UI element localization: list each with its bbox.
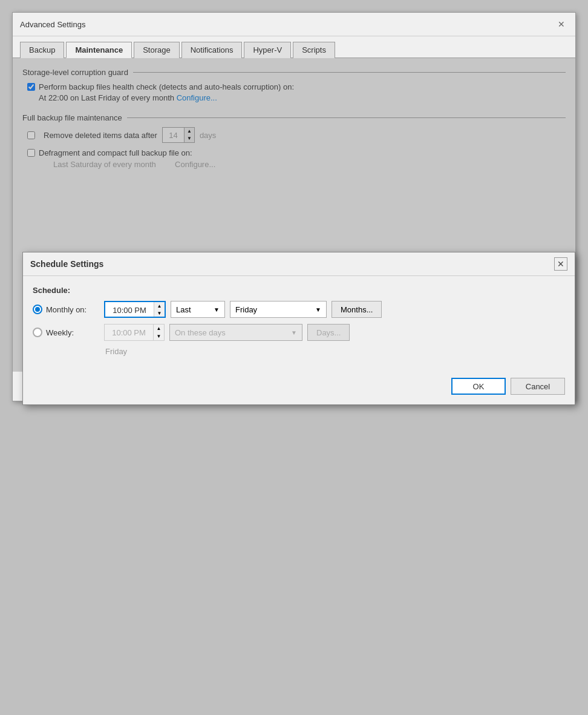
monthly-day-dropdown[interactable]: Friday ▼ (230, 301, 327, 318)
monthly-time-value: 10:00 PM (105, 302, 154, 317)
dialog-footer: OK Cancel (23, 371, 575, 404)
friday-hint: Friday (33, 347, 565, 356)
monthly-radio-button[interactable] (33, 305, 42, 314)
dialog-cancel-button[interactable]: Cancel (511, 378, 565, 395)
tab-notifications[interactable]: Notifications (181, 42, 243, 58)
weekly-time-spinbox: 10:00 PM ▲ ▼ (104, 324, 165, 341)
schedule-section-label: Schedule: (33, 286, 565, 295)
weekly-time-down: ▼ (154, 332, 164, 340)
monthly-day-value: Friday (235, 305, 257, 314)
weekly-time-arrows: ▲ ▼ (153, 325, 164, 340)
dialog-overlay: Schedule Settings ✕ Schedule: Monthly on… (13, 58, 575, 371)
tab-storage[interactable]: Storage (134, 42, 180, 58)
monthly-time-down[interactable]: ▼ (154, 309, 165, 317)
tab-maintenance[interactable]: Maintenance (66, 42, 132, 58)
weekly-time-value: 10:00 PM (105, 325, 153, 340)
days-button: Days... (307, 324, 350, 341)
monthly-label: Monthly on: (46, 305, 87, 314)
weekly-time-up: ▲ (154, 325, 164, 332)
weekly-radio-button[interactable] (33, 328, 42, 337)
monthly-occurrence-value: Last (176, 305, 191, 314)
monthly-time-up[interactable]: ▲ (154, 302, 165, 309)
monthly-radio-label[interactable]: Monthly on: (33, 305, 99, 314)
window-close-button[interactable]: ✕ (555, 18, 568, 31)
monthly-row: Monthly on: 10:00 PM ▲ ▼ Last ▼ (33, 301, 565, 318)
monthly-time-spinbox[interactable]: 10:00 PM ▲ ▼ (104, 301, 166, 318)
tab-hyperv[interactable]: Hyper-V (244, 42, 291, 58)
monthly-time-arrows: ▲ ▼ (154, 302, 165, 317)
main-content: Storage-level corruption guard Perform b… (13, 58, 575, 371)
window-title: Advanced Settings (20, 20, 85, 29)
weekly-row: Weekly: 10:00 PM ▲ ▼ On these days ▼ (33, 324, 565, 341)
weekly-radio-label[interactable]: Weekly: (33, 328, 99, 337)
tab-bar: Backup Maintenance Storage Notifications… (13, 36, 575, 58)
schedule-dialog: Schedule Settings ✕ Schedule: Monthly on… (22, 252, 575, 405)
monthly-occurrence-arrow: ▼ (214, 306, 220, 313)
tab-scripts[interactable]: Scripts (293, 42, 335, 58)
monthly-occurrence-dropdown[interactable]: Last ▼ (171, 301, 225, 318)
title-bar: Advanced Settings ✕ (13, 13, 575, 36)
dialog-close-button[interactable]: ✕ (554, 257, 567, 271)
weekly-days-arrow: ▼ (291, 329, 297, 336)
weekly-label: Weekly: (46, 328, 74, 337)
dialog-content: Schedule: Monthly on: 10:00 PM ▲ ▼ (23, 276, 575, 371)
monthly-day-arrow: ▼ (315, 306, 321, 313)
weekly-days-dropdown: On these days ▼ (169, 324, 302, 341)
dialog-ok-button[interactable]: OK (451, 378, 506, 395)
weekly-days-placeholder: On these days (175, 328, 226, 337)
advanced-settings-window: Advanced Settings ✕ Backup Maintenance S… (12, 12, 576, 401)
dialog-title: Schedule Settings (30, 259, 103, 269)
dialog-title-bar: Schedule Settings ✕ (23, 252, 575, 276)
months-button[interactable]: Months... (332, 301, 382, 318)
tab-backup[interactable]: Backup (20, 42, 64, 58)
